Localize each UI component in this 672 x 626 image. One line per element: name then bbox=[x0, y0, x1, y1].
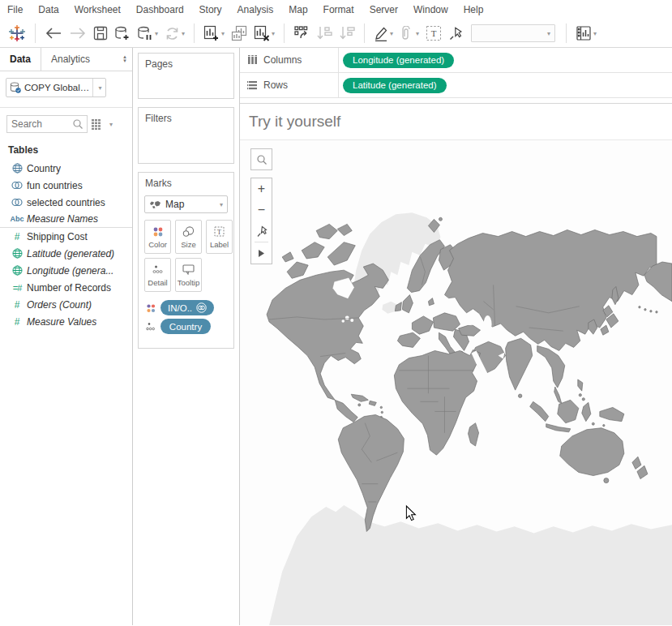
toolbar-separator bbox=[364, 24, 365, 43]
tab-data[interactable]: Data bbox=[0, 48, 41, 71]
datasource-caret[interactable]: ▾ bbox=[92, 79, 105, 96]
columns-pill-area[interactable]: Longitude (generated) bbox=[339, 52, 672, 68]
field-row[interactable]: Abc # =# fun countries bbox=[0, 177, 132, 194]
mark-button-icon: T bbox=[214, 225, 225, 238]
chevron-down-icon[interactable]: ▾ bbox=[390, 30, 393, 37]
tables-section-title: Tables bbox=[8, 144, 132, 156]
field-row[interactable]: Abc # =# selected countries bbox=[0, 194, 132, 211]
menu-item[interactable]: Help bbox=[464, 4, 484, 15]
rows-label: Rows bbox=[263, 79, 288, 91]
menu-item[interactable]: Server bbox=[370, 4, 398, 15]
filters-label: Filters bbox=[139, 108, 233, 124]
map-search-button[interactable] bbox=[250, 148, 272, 170]
redo-button[interactable] bbox=[66, 22, 90, 45]
new-worksheet-button[interactable]: ▾ bbox=[200, 22, 228, 45]
mark-button[interactable]: T Color bbox=[144, 220, 171, 254]
highlight-button[interactable]: ▾ bbox=[370, 22, 396, 45]
columns-pill[interactable]: Longitude (generated) bbox=[343, 53, 454, 68]
duplicate-sheet-button[interactable] bbox=[228, 22, 250, 45]
view-as-grid-icon[interactable] bbox=[92, 119, 104, 130]
mark-buttons: T Color T bbox=[144, 220, 235, 292]
mark-button[interactable]: T Size bbox=[175, 220, 202, 254]
pin-icon bbox=[256, 225, 268, 238]
search-icon bbox=[256, 154, 268, 165]
pages-label: Pages bbox=[139, 54, 233, 70]
pan-controls-button[interactable] bbox=[251, 242, 272, 264]
field-row[interactable]: Abc # =# Longitude (genera... bbox=[0, 262, 132, 279]
tab-analytics[interactable]: Analytics bbox=[41, 48, 100, 71]
refresh-data-button[interactable]: ▾ bbox=[161, 22, 188, 45]
datasource-selector[interactable]: COPY Global S... ▾ bbox=[6, 78, 106, 97]
field-row[interactable]: Abc # =# Measure Values bbox=[0, 313, 132, 330]
chevron-down-icon[interactable]: ▾ bbox=[547, 30, 550, 37]
chevron-down-icon[interactable]: ▾ bbox=[593, 30, 597, 37]
shelf-pill[interactable]: IN/O.. bbox=[161, 300, 214, 315]
menu-item[interactable]: Analysis bbox=[238, 4, 274, 15]
field-row[interactable]: Abc # =# Country bbox=[0, 160, 132, 177]
field-type-icon: Abc # =# bbox=[7, 316, 27, 328]
chevron-down-icon[interactable]: ▾ bbox=[272, 30, 275, 37]
sort-ascending-button[interactable] bbox=[313, 22, 336, 45]
zoom-in-button[interactable]: + bbox=[251, 178, 272, 199]
menu-item[interactable]: Dashboard bbox=[136, 4, 184, 15]
rows-pill[interactable]: Latitude (generated) bbox=[343, 78, 447, 93]
mark-button[interactable]: T Detail bbox=[144, 258, 171, 292]
chevron-down-icon[interactable]: ▾ bbox=[221, 30, 225, 37]
pin-button[interactable] bbox=[251, 221, 272, 242]
rows-pill-area[interactable]: Latitude (generated) bbox=[339, 77, 672, 93]
field-row[interactable]: Abc # =# Shipping Cost bbox=[0, 228, 132, 245]
field-row[interactable]: Abc # =# Orders (Count) bbox=[0, 296, 132, 313]
mark-button[interactable]: T Label bbox=[206, 220, 233, 254]
show-me-button[interactable]: ▾ bbox=[572, 22, 600, 45]
rows-shelf[interactable]: Rows Latitude (generated) bbox=[240, 73, 672, 98]
field-type-icon: Abc # =# bbox=[7, 181, 27, 190]
mark-button[interactable]: T Tooltip bbox=[175, 258, 202, 292]
fields-list: Abc # =# Country Abc # =# fun countr bbox=[0, 160, 132, 330]
menu-item[interactable]: Data bbox=[38, 4, 58, 15]
mark-type-dropdown[interactable]: Map ▾ bbox=[144, 195, 228, 213]
fields-menu-caret[interactable]: ▾ bbox=[109, 121, 113, 128]
chevron-down-icon[interactable]: ▾ bbox=[220, 201, 223, 208]
sort-descending-button[interactable] bbox=[336, 22, 358, 45]
map-view[interactable]: + − bbox=[240, 140, 672, 625]
field-row[interactable]: Abc # =# Latitude (generated) bbox=[0, 245, 132, 262]
chevron-down-icon[interactable]: ▾ bbox=[155, 30, 158, 37]
menu-item[interactable]: Map bbox=[289, 4, 307, 15]
menu-item[interactable]: Story bbox=[199, 4, 222, 15]
add-data-source-button[interactable] bbox=[111, 22, 134, 45]
mark-button-icon: T bbox=[182, 263, 195, 276]
field-type-icon: Abc # =# bbox=[7, 265, 27, 276]
mark-button-label: Label bbox=[210, 240, 229, 249]
menu-item[interactable]: Format bbox=[323, 4, 354, 15]
shelf-pill[interactable]: Country bbox=[161, 319, 211, 334]
search-input[interactable] bbox=[7, 118, 72, 130]
undo-button[interactable] bbox=[41, 22, 66, 45]
pages-shelf[interactable]: Pages bbox=[138, 53, 234, 99]
svg-text:T: T bbox=[217, 228, 221, 235]
group-members-button[interactable]: ▾ bbox=[396, 22, 422, 45]
clear-sheet-button[interactable]: ▾ bbox=[250, 22, 278, 45]
search-box[interactable] bbox=[6, 115, 88, 133]
swap-rows-columns-button[interactable] bbox=[290, 22, 313, 45]
set-badge-icon bbox=[196, 302, 207, 313]
chevron-down-icon[interactable]: ▾ bbox=[182, 30, 185, 37]
columns-shelf[interactable]: Columns Longitude (generated) bbox=[240, 48, 672, 73]
zoom-out-button[interactable]: − bbox=[251, 199, 272, 221]
menu-item[interactable]: Worksheet bbox=[75, 4, 121, 15]
field-row[interactable]: Abc # =# Number of Records bbox=[0, 279, 132, 296]
save-button[interactable] bbox=[90, 22, 111, 45]
fix-axes-button[interactable] bbox=[445, 22, 466, 45]
pause-data-updates-button[interactable]: ▾ bbox=[134, 22, 161, 45]
field-row[interactable]: Abc # =# Measure Names bbox=[0, 211, 132, 228]
menu-item[interactable]: File bbox=[7, 4, 23, 15]
tab-sort-icon[interactable]: ▲▼ bbox=[118, 48, 132, 71]
toolbar: ▾ ▾ ▾ ▾ ▾ ▾ T ▾ ▾ bbox=[0, 19, 672, 48]
menu-item[interactable]: Window bbox=[413, 4, 448, 15]
sheet-title[interactable]: Try it yourself bbox=[240, 104, 672, 140]
svg-text:T: T bbox=[431, 28, 437, 38]
pill-label: IN/O.. bbox=[168, 303, 192, 313]
fit-selector[interactable]: ▾ bbox=[471, 24, 555, 42]
filters-shelf[interactable]: Filters bbox=[138, 107, 234, 164]
chevron-down-icon[interactable]: ▾ bbox=[416, 30, 419, 37]
show-mark-labels-button[interactable]: T bbox=[422, 22, 445, 45]
